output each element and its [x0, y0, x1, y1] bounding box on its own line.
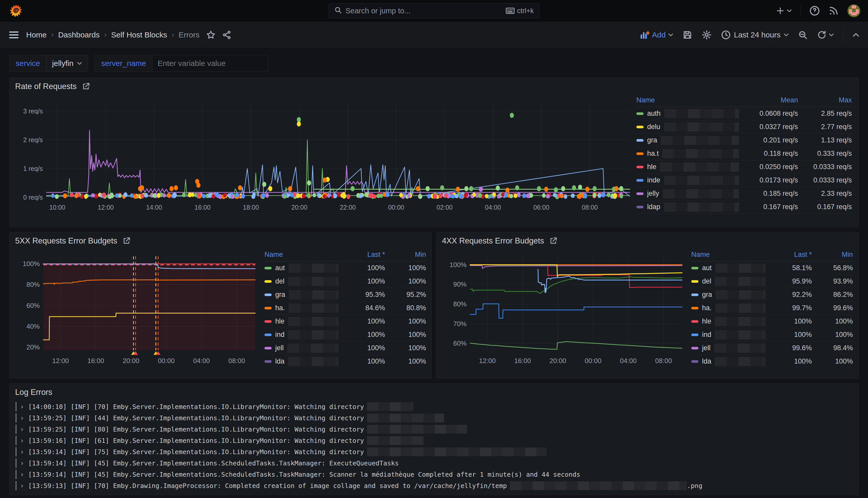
time-range-picker[interactable]: Last 24 hours: [721, 30, 789, 40]
variable-service: service jellyfin: [9, 55, 88, 72]
legend-value-2: 0.333 req/s: [798, 149, 852, 158]
help-button[interactable]: [810, 6, 820, 16]
x-axis-tick: 02:00: [437, 204, 453, 211]
share-button[interactable]: [222, 30, 231, 40]
series-color-swatch: [265, 347, 272, 350]
legend-row[interactable]: ha. 84.6% 80.8%: [265, 301, 426, 315]
save-dashboard-button[interactable]: [683, 30, 692, 40]
legend-col-1[interactable]: Last *: [766, 251, 812, 259]
dashboard-settings-button[interactable]: [702, 30, 712, 40]
legend-row[interactable]: del 95.9% 93.9%: [691, 275, 853, 288]
legend-row[interactable]: ldap 0.167 req/s 0.167 req/s: [636, 200, 852, 214]
new-button[interactable]: [776, 6, 792, 15]
series-line: [538, 270, 682, 293]
mega-menu-button[interactable]: [9, 30, 19, 39]
timeseries-chart[interactable]: 12:0016:0020:0000:0004:0008:00100%90%80%…: [441, 248, 685, 376]
legend-row[interactable]: auth 0.0608 req/s 2.85 req/s: [636, 107, 852, 120]
series-color-swatch: [265, 293, 272, 296]
expand-log-icon[interactable]: ›: [20, 459, 24, 467]
external-link-icon[interactable]: [122, 237, 131, 245]
add-panel-button[interactable]: Add: [640, 30, 673, 39]
legend-row[interactable]: ind 100% 100%: [691, 328, 853, 341]
user-avatar[interactable]: [847, 4, 860, 17]
log-message: [13:59:16] [INF] [61] Emby.Server.Implem…: [28, 437, 364, 444]
series-color-swatch: [265, 360, 272, 363]
collapse-toolbar-button[interactable]: [853, 32, 859, 37]
series-color-swatch: [636, 179, 643, 182]
series-name: hle: [275, 317, 284, 325]
expand-log-icon[interactable]: ›: [20, 448, 24, 456]
log-line[interactable]: › [13:59:14] [INF] [45] Emby.Server.Impl…: [16, 457, 852, 469]
breadcrumb-home[interactable]: Home: [26, 30, 47, 39]
legend-row[interactable]: ha. 99.7% 99.6%: [691, 301, 853, 315]
legend-row[interactable]: lda 100% 100%: [691, 355, 853, 368]
legend-header: Name Last * Min: [691, 248, 853, 261]
legend-row[interactable]: lda 100% 100%: [265, 355, 426, 368]
legend-col-name[interactable]: Name: [636, 96, 739, 104]
timeseries-chart[interactable]: 12:0016:0020:0000:0004:0008:00100%80%60%…: [15, 248, 258, 376]
legend-row[interactable]: ha.t 0.118 req/s 0.333 req/s: [636, 147, 852, 160]
legend-table: Name Last * Min aut 100% 100% del 100% 1…: [265, 248, 426, 368]
legend-row[interactable]: aut 100% 100%: [265, 261, 426, 275]
log-line[interactable]: › [13:59:25] [INF] [44] Emby.Server.Impl…: [16, 412, 852, 423]
legend-row[interactable]: ind 100% 100%: [265, 328, 426, 341]
panel-title[interactable]: Rate of Requests: [15, 82, 77, 91]
legend-row[interactable]: gra 0.201 req/s 1.13 req/s: [636, 134, 852, 147]
series-name: jelly: [647, 189, 659, 198]
legend-row[interactable]: hle 0.0250 req/s 0.0333 req/s: [636, 160, 852, 174]
favorite-button[interactable]: [206, 30, 215, 40]
log-line[interactable]: › [13:59:14] [INF] [75] Emby.Server.Impl…: [16, 446, 852, 457]
top-nav-actions: [776, 4, 860, 17]
log-line[interactable]: › [13:59:14] [INF] [45] Emby.Server.Impl…: [16, 469, 852, 480]
legend-col-2[interactable]: Min: [812, 251, 853, 259]
variable-service-select[interactable]: jellyfin: [46, 55, 88, 72]
legend-col-1[interactable]: Mean: [739, 96, 798, 104]
expand-log-icon[interactable]: ›: [20, 437, 24, 444]
series-color-swatch: [636, 166, 643, 168]
log-line[interactable]: › [13:59:16] [INF] [61] Emby.Server.Impl…: [16, 435, 852, 446]
external-link-icon[interactable]: [82, 82, 90, 91]
external-link-icon[interactable]: [549, 237, 557, 245]
panel-title[interactable]: Log Errors: [15, 388, 52, 397]
breadcrumb-folder[interactable]: Self Host Blocks: [111, 30, 167, 39]
zoom-out-button[interactable]: [798, 30, 808, 40]
legend-row[interactable]: aut 58.1% 56.8%: [691, 261, 853, 275]
legend-header: Name Last * Min: [265, 248, 426, 261]
expand-log-icon[interactable]: ›: [20, 425, 24, 433]
timeseries-chart[interactable]: 10:0012:0014:0016:0018:0020:0022:0000:00…: [16, 95, 632, 223]
legend-col-1[interactable]: Last *: [339, 251, 385, 259]
expand-log-icon[interactable]: ›: [20, 414, 24, 422]
y-axis-tick: 3 req/s: [23, 107, 43, 115]
legend-row[interactable]: hle 100% 100%: [691, 315, 853, 328]
breadcrumb-dashboards[interactable]: Dashboards: [58, 30, 100, 39]
legend-row[interactable]: hle 100% 100%: [265, 315, 426, 328]
panel-title[interactable]: 5XX Requests Error Budgets: [15, 236, 117, 246]
grafana-logo-icon[interactable]: [9, 4, 23, 18]
legend-col-2[interactable]: Max: [798, 96, 852, 104]
legend-col-name[interactable]: Name: [265, 251, 339, 259]
legend-row[interactable]: delu 0.0327 req/s 2.77 req/s: [636, 120, 852, 134]
legend-col-2[interactable]: Min: [385, 251, 426, 259]
expand-log-icon[interactable]: ›: [20, 403, 24, 410]
expand-log-icon[interactable]: ›: [20, 482, 24, 489]
panel-title[interactable]: 4XX Requests Error Budgets: [442, 236, 544, 246]
log-line[interactable]: › [13:59:25] [INF] [80] Emby.Server.Impl…: [16, 423, 852, 435]
variable-server-name-input[interactable]: [152, 55, 268, 72]
expand-log-icon[interactable]: ›: [20, 471, 24, 478]
log-line[interactable]: › [14:00:10] [INF] [70] Emby.Server.Impl…: [16, 401, 852, 412]
legend-value-2: 100%: [385, 344, 426, 352]
legend-row[interactable]: jelly 0.185 req/s 2.33 req/s: [636, 187, 852, 200]
news-button[interactable]: [828, 6, 839, 16]
search-bar[interactable]: Search or jump to... ctrl+k: [329, 3, 539, 18]
log-line[interactable]: › [13:59:13] [INF] [70] Emby.Drawing.Ima…: [16, 480, 852, 491]
legend-value-2: 0.167 req/s: [798, 203, 852, 211]
refresh-button[interactable]: [817, 30, 834, 40]
legend-row[interactable]: del 100% 100%: [265, 275, 426, 288]
legend-row[interactable]: jell 100% 100%: [265, 341, 426, 355]
log-message: [13:59:14] [INF] [75] Emby.Server.Implem…: [28, 448, 364, 456]
legend-row[interactable]: gra 95.3% 95.2%: [265, 288, 426, 301]
legend-col-name[interactable]: Name: [691, 251, 766, 259]
legend-row[interactable]: gra 92.2% 86.2%: [691, 288, 853, 301]
legend-row[interactable]: inde 0.0173 req/s 0.0333 req/s: [636, 174, 852, 187]
legend-row[interactable]: jell 99.6% 98.4%: [691, 341, 853, 355]
